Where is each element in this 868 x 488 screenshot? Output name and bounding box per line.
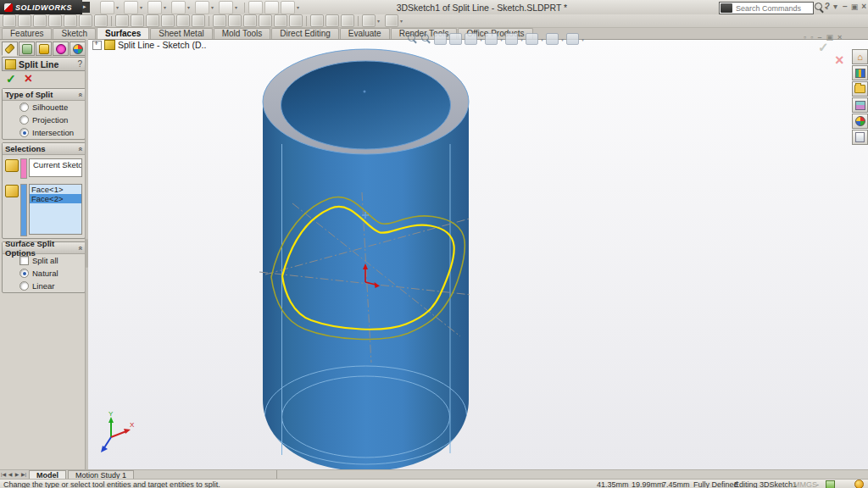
intersection-radio[interactable] [19,128,29,137]
next-tab-icon[interactable] [14,471,20,479]
replace-face-icon[interactable] [161,14,175,27]
draft-analysis-icon[interactable] [362,14,376,27]
last-tab-icon[interactable] [20,471,27,479]
ruled-surface-icon[interactable] [131,14,144,27]
view-settings-dropdown-icon[interactable] [581,36,584,42]
configuration-manager-tab[interactable] [36,42,52,56]
unit-system[interactable]: MMGS [793,480,817,488]
freeform-icon[interactable] [310,14,324,27]
group-header[interactable]: Type of Split [3,89,85,101]
undo-icon[interactable] [195,1,209,14]
thicken-icon[interactable] [243,14,257,27]
list-item[interactable]: Face<1> [30,185,81,194]
collapse-chevron-icon[interactable] [75,92,84,97]
help-dropdown-icon[interactable] [833,2,839,12]
custom-properties-tab[interactable] [852,130,868,145]
silhouette-option[interactable]: Silhouette [3,101,85,114]
view-orientation-icon[interactable] [465,33,477,45]
group-header[interactable]: Selections [3,143,85,155]
tab-mold-tools[interactable]: Mold Tools [214,28,271,39]
boundary-surface-icon[interactable] [64,14,77,27]
close-icon[interactable] [861,2,866,12]
property-manager-tab[interactable] [2,42,18,56]
silhouette-radio[interactable] [19,103,29,112]
extruded-surface-icon[interactable] [3,14,16,27]
delete-face-icon[interactable] [146,14,159,27]
linear-radio[interactable] [19,281,29,291]
edit-appearance-icon[interactable] [526,33,538,45]
tab-direct-editing[interactable]: Direct Editing [271,28,338,39]
tab-sketch[interactable]: Sketch [53,28,96,39]
ok-button[interactable] [6,72,16,86]
edit-appearance-dropdown-icon[interactable] [541,36,543,42]
restore-icon[interactable] [851,2,859,12]
view-settings-icon[interactable] [566,33,579,45]
tab-surfaces[interactable]: Surfaces [97,27,149,39]
tab-features[interactable]: Features [2,28,52,39]
extend-surface-icon[interactable] [176,14,190,27]
save-dropdown-icon[interactable] [164,2,170,14]
quick-tips-icon[interactable] [854,480,864,488]
thickened-cut-icon[interactable] [259,14,272,27]
select-icon[interactable] [219,1,233,14]
appearances-scenes-tab[interactable] [852,114,868,129]
open-icon[interactable] [124,1,138,14]
model-tab[interactable]: Model [29,470,66,480]
undo-dropdown-icon[interactable] [211,2,217,14]
untrim-surface-icon[interactable] [213,14,226,27]
hide-show-items-icon[interactable] [505,33,518,45]
minimize-icon[interactable] [843,2,848,12]
hide-show-items-dropdown-icon[interactable] [520,36,523,42]
previous-view-icon[interactable] [434,33,447,45]
trim-surface-icon[interactable] [192,14,205,27]
print-icon[interactable] [171,1,186,14]
new-icon[interactable] [100,1,114,14]
print-dropdown-icon[interactable] [187,2,193,14]
search-scope-icon[interactable] [721,3,732,13]
select-dropdown-icon[interactable] [235,2,241,14]
file-properties-icon[interactable] [281,1,295,14]
lofted-surface-icon[interactable] [48,14,62,27]
doc-close-icon[interactable] [837,33,842,42]
move-face-icon[interactable] [385,14,398,27]
list-item[interactable]: Current Sketch. [31,160,80,169]
graphics-viewport[interactable]: Y X [87,39,868,469]
sketch-selection-list[interactable]: Current Sketch. [29,158,82,177]
revolved-surface-icon[interactable] [18,14,31,27]
view-palette-tab[interactable] [852,97,868,113]
cancel-button[interactable] [25,71,32,86]
rebuild-icon[interactable] [248,1,263,14]
view-orientation-dropdown-icon[interactable] [480,36,482,42]
toolbar-options-dropdown-icon[interactable] [297,2,303,14]
collapse-chevron-icon[interactable] [75,246,84,250]
draft-analysis-dropdown-icon[interactable] [377,15,383,27]
display-style-icon[interactable] [485,33,498,45]
filled-surface-icon[interactable] [79,14,92,27]
cut-with-surface-icon[interactable] [274,14,287,27]
apply-scene-icon[interactable] [546,33,559,45]
feature-manager-tree-tab[interactable] [19,42,35,56]
projection-option[interactable]: Projection [3,114,85,126]
panel-splitter[interactable] [85,39,88,469]
tab-evaluate[interactable]: Evaluate [340,28,390,39]
split-all-checkbox[interactable] [19,256,29,265]
search-icon[interactable] [814,3,825,13]
unit-dropdown[interactable]: - [816,480,819,488]
collapse-chevron-icon[interactable] [75,147,84,151]
open-dropdown-icon[interactable] [140,2,146,14]
parting-line-icon[interactable] [341,14,354,27]
splitter-grip[interactable] [86,239,88,268]
confirmation-corner-cancel-icon[interactable] [835,52,844,69]
solidworks-resources-tab[interactable] [852,49,868,64]
tab-sheet-metal[interactable]: Sheet Metal [150,28,212,39]
display-style-dropdown-icon[interactable] [500,36,503,42]
help-label[interactable]: ? [77,59,82,69]
intersection-option[interactable]: Intersection [3,126,85,139]
group-header[interactable]: Surface Split Options [3,242,85,254]
zoom-to-fit-icon[interactable] [407,34,418,44]
file-explorer-tab[interactable] [852,81,868,97]
cascade-windows-icon[interactable] [810,33,813,42]
expand-tree-icon[interactable] [92,41,102,50]
apply-scene-dropdown-icon[interactable] [561,36,564,42]
show-display-pane-icon[interactable] [264,1,279,14]
